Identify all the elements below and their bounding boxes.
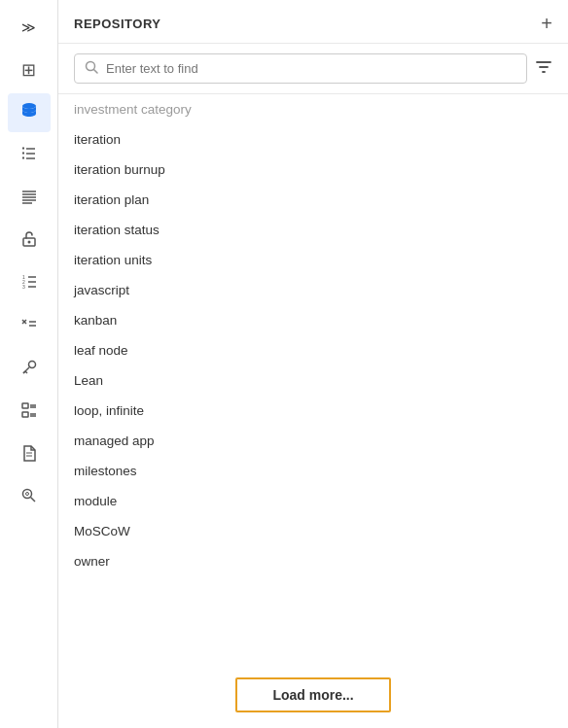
sidebar-item-check-cross[interactable]	[8, 307, 51, 346]
search-input[interactable]	[106, 61, 516, 76]
sidebar-item-key[interactable]	[8, 350, 51, 389]
list-lines-icon	[20, 188, 38, 210]
search-input-wrapper	[74, 53, 527, 84]
load-more-button[interactable]: Load more...	[235, 677, 391, 712]
list-item[interactable]: iteration units	[58, 245, 568, 275]
sidebar: ≫ ⊞	[0, 0, 58, 728]
svg-line-37	[30, 497, 35, 502]
double-chevron-icon: ≫	[21, 19, 36, 35]
add-button[interactable]: +	[541, 14, 552, 33]
svg-rect-6	[22, 156, 24, 158]
repo-header: REPOSITORY +	[58, 0, 568, 44]
sidebar-item-search-gear[interactable]	[8, 478, 51, 517]
sidebar-item-image-list[interactable]	[8, 393, 51, 432]
svg-point-13	[27, 240, 30, 243]
search-bar	[58, 44, 568, 94]
list-item[interactable]: MoSCoW	[58, 516, 568, 546]
sidebar-item-collapse[interactable]: ≫	[8, 8, 51, 47]
list-item[interactable]: leaf node	[58, 335, 568, 365]
repo-title: REPOSITORY	[74, 17, 161, 31]
document-icon	[20, 444, 38, 467]
unlock-icon	[20, 230, 38, 253]
sidebar-item-access[interactable]	[8, 222, 51, 260]
svg-rect-5	[22, 152, 24, 154]
sidebar-item-grid[interactable]: ⊞	[8, 51, 51, 89]
svg-rect-4	[22, 147, 24, 149]
svg-text:3: 3	[22, 284, 25, 290]
svg-point-24	[28, 361, 35, 367]
list-item[interactable]: milestones	[58, 456, 568, 486]
filter-icon[interactable]	[535, 58, 552, 80]
svg-point-36	[22, 489, 31, 498]
main-content: REPOSITORY + investment categoryiteratio…	[58, 0, 568, 728]
sidebar-item-list2[interactable]	[8, 179, 51, 218]
list-item[interactable]: loop, infinite	[58, 396, 568, 426]
search-gear-icon	[20, 487, 38, 509]
key-icon	[20, 359, 38, 381]
svg-rect-31	[22, 412, 28, 417]
list-item[interactable]: iteration burnup	[58, 155, 568, 185]
svg-line-26	[25, 371, 27, 373]
list-container: investment categoryiterationiteration bu…	[58, 94, 568, 666]
list-item[interactable]: iteration	[58, 124, 568, 155]
sidebar-item-document[interactable]	[8, 435, 51, 474]
sidebar-item-ordered[interactable]: 1 2 3	[8, 264, 51, 303]
list-item[interactable]: iteration plan	[58, 185, 568, 215]
list-item[interactable]: iteration status	[58, 215, 568, 245]
svg-line-40	[94, 70, 98, 74]
list-check-icon	[20, 145, 38, 167]
database-icon	[19, 101, 39, 125]
list-item[interactable]: module	[58, 486, 568, 516]
check-cross-icon	[20, 316, 38, 338]
sidebar-item-repository[interactable]	[8, 93, 51, 132]
image-list-icon	[20, 401, 38, 424]
ordered-list-icon: 1 2 3	[20, 273, 38, 295]
list-item[interactable]: owner	[58, 546, 568, 576]
search-icon	[85, 60, 98, 77]
svg-rect-28	[22, 403, 28, 408]
load-more-wrapper: Load more...	[58, 666, 568, 728]
list-item[interactable]: kanban	[58, 305, 568, 335]
list-item[interactable]: investment category	[58, 94, 568, 124]
list-item[interactable]: javascript	[58, 275, 568, 305]
svg-point-38	[25, 492, 28, 495]
grid-icon: ⊞	[21, 59, 36, 81]
svg-line-27	[23, 371, 25, 373]
sidebar-item-list1[interactable]	[8, 136, 51, 175]
svg-point-0	[22, 103, 36, 109]
list-item[interactable]: Lean	[58, 365, 568, 396]
list-item[interactable]: managed app	[58, 426, 568, 456]
